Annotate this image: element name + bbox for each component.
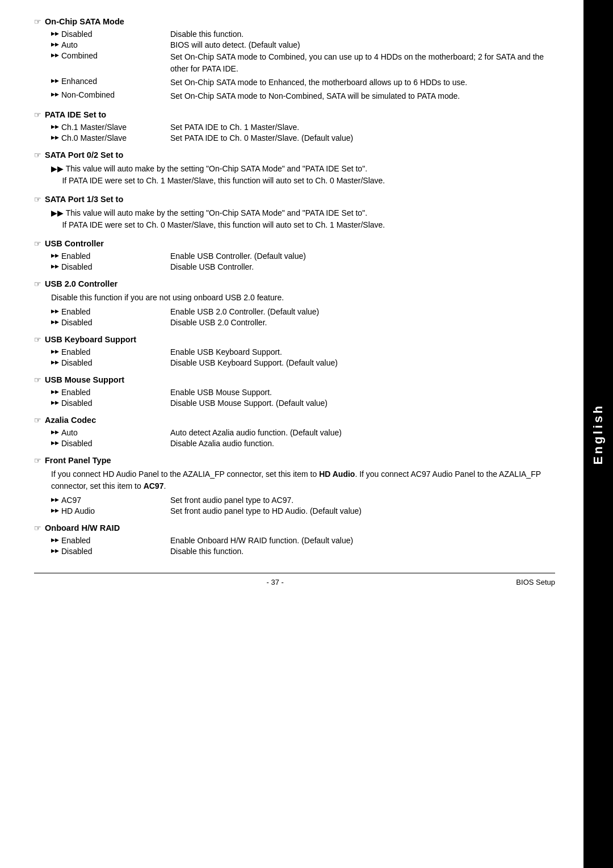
list-item: Ch.1 Master/Slave Set PATA IDE to Ch. 1 … — [34, 123, 555, 132]
list-item: Disabled Disable USB 2.0 Controller. — [34, 318, 555, 327]
section-usb-mouse-support: USB Mouse Support Enabled Enable USB Mou… — [34, 375, 555, 408]
page-wrapper: On-Chip SATA Mode Disabled Disable this … — [0, 0, 613, 868]
section-usb-20-controller: USB 2.0 Controller Disable this function… — [34, 279, 555, 327]
section-title-front-panel-type: Front Panel Type — [34, 456, 555, 465]
section-title-sata-port-13: SATA Port 1/3 Set to — [34, 195, 555, 204]
list-item: Auto Auto detect Azalia audio function. … — [34, 428, 555, 437]
list-item: HD Audio Set front audio panel type to H… — [34, 506, 555, 515]
sidebar: English — [583, 0, 613, 868]
section-title-pata-ide-set-to: PATA IDE Set to — [34, 110, 555, 119]
list-item: Ch.0 Master/Slave Set PATA IDE to Ch. 0 … — [34, 133, 555, 142]
section-usb-controller: USB Controller Enabled Enable USB Contro… — [34, 239, 555, 271]
list-item: Disabled Disable USB Keyboard Support. (… — [34, 358, 555, 367]
sidebar-label: English — [591, 404, 606, 464]
section-note-front-panel: If you connect HD Audio Panel to the AZA… — [34, 468, 555, 492]
section-usb-keyboard-support: USB Keyboard Support Enabled Enable USB … — [34, 335, 555, 367]
section-note-usb-20: Disable this function if you are not usi… — [34, 292, 555, 304]
list-item: Enabled Enable USB Controller. (Default … — [34, 251, 555, 261]
list-item: Enabled Enable USB Mouse Support. — [34, 388, 555, 397]
section-title-on-chip-sata-mode: On-Chip SATA Mode — [34, 17, 555, 26]
list-item: Non-Combined Set On-Chip SATA mode to No… — [34, 90, 555, 102]
list-item: AC97 Set front audio panel type to AC97. — [34, 496, 555, 505]
list-item: Disabled Disable this function. — [34, 547, 555, 556]
main-content: On-Chip SATA Mode Disabled Disable this … — [0, 0, 583, 868]
list-item: Disabled Disable USB Mouse Support. (Def… — [34, 399, 555, 408]
section-note-sata-port-02: ▶▶ This value will auto make by the sett… — [34, 163, 555, 187]
list-item: Enabled Enable Onboard H/W RAID function… — [34, 536, 555, 545]
section-sata-port-13-set-to: SATA Port 1/3 Set to ▶▶ This value will … — [34, 195, 555, 231]
section-pata-ide-set-to: PATA IDE Set to Ch.1 Master/Slave Set PA… — [34, 110, 555, 142]
list-item: Disabled Disable Azalia audio function. — [34, 439, 555, 448]
page-number: - 37 - — [267, 578, 284, 586]
list-item: Disabled Disable this function. — [34, 30, 555, 39]
list-item: Enhanced Set On-Chip SATA mode to Enhanc… — [34, 77, 555, 89]
list-item: Enabled Enable USB 2.0 Controller. (Defa… — [34, 307, 555, 316]
list-item: Enabled Enable USB Keyboard Support. — [34, 347, 555, 357]
section-on-chip-sata-mode: On-Chip SATA Mode Disabled Disable this … — [34, 17, 555, 102]
section-title-onboard-hw-raid: Onboard H/W RAID — [34, 523, 555, 532]
section-title-usb-mouse: USB Mouse Support — [34, 375, 555, 384]
section-azalia-codec: Azalia Codec Auto Auto detect Azalia aud… — [34, 416, 555, 448]
section-onboard-hw-raid: Onboard H/W RAID Enabled Enable Onboard … — [34, 523, 555, 556]
page-footer: - 37 - BIOS Setup — [34, 573, 555, 586]
section-title-azalia-codec: Azalia Codec — [34, 416, 555, 425]
section-title-usb-20-controller: USB 2.0 Controller — [34, 279, 555, 288]
section-title-usb-keyboard: USB Keyboard Support — [34, 335, 555, 344]
section-note-sata-port-13: ▶▶ This value will auto make by the sett… — [34, 207, 555, 231]
list-item: Combined Set On-Chip SATA mode to Combin… — [34, 51, 555, 75]
list-item: Disabled Disable USB Controller. — [34, 262, 555, 271]
footer-right: BIOS Setup — [516, 578, 555, 586]
section-title-usb-controller: USB Controller — [34, 239, 555, 248]
section-front-panel-type: Front Panel Type If you connect HD Audio… — [34, 456, 555, 515]
section-title-sata-port-02: SATA Port 0/2 Set to — [34, 150, 555, 160]
section-sata-port-02-set-to: SATA Port 0/2 Set to ▶▶ This value will … — [34, 150, 555, 187]
list-item: Auto BIOS will auto detect. (Default val… — [34, 40, 555, 49]
